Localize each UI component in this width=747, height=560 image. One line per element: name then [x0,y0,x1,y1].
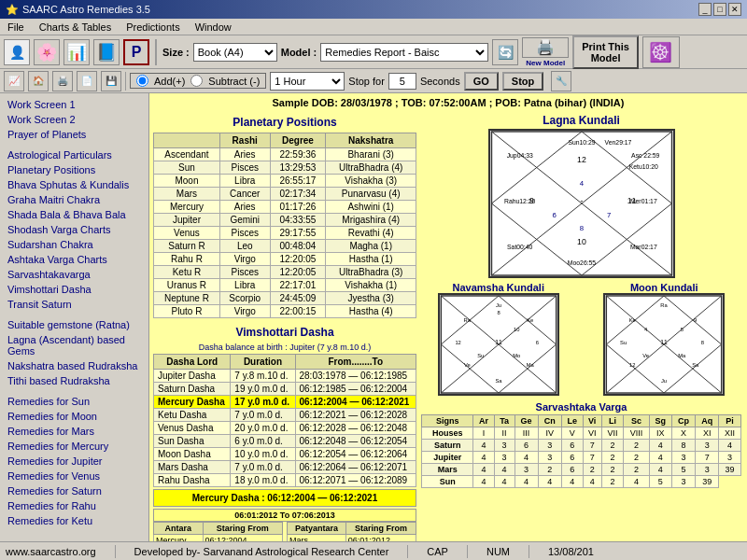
sidebar-item-graha[interactable]: Graha Maitri Chakra [0,192,148,207]
sidebar-item-vimsh[interactable]: Vimshottari Dasha [0,282,148,297]
subtract-radio[interactable] [190,75,203,87]
planetary-row: MoonLibra26:55:17Vishakha (3) [154,175,416,188]
left-column: Planetary Positions Rashi Degree Nakshat… [149,112,416,541]
menu-predictions[interactable]: Predictionts [122,21,183,33]
sidebar-item-prayer[interactable]: Prayer of Planets [0,127,148,142]
tb2-icon1[interactable]: 📈 [4,71,24,91]
sarva-col: Ge [514,415,538,427]
maximize-button[interactable]: □ [713,3,726,16]
svg-text:12: 12 [455,340,460,345]
sidebar-item-workscreen2[interactable]: Work Screen 2 [0,112,148,127]
sarva-value: 39 [696,476,719,488]
planet-nakshatra: Magha (1) [326,240,416,253]
close-button[interactable]: ✕ [728,3,741,16]
vimsh-row: Mercury Dasha17 y.0 m.0 d.06:12:2004 — 0… [154,396,416,409]
paty-col2: Staring From [345,523,416,535]
sarva-value: 3 [494,452,514,464]
model-select[interactable]: Remedies Report - Baisc [320,43,488,62]
planet-rashi: Scorpio [219,292,270,305]
planet-name: Ketu R [154,266,220,279]
sidebar-item-transit[interactable]: Transit Saturn [0,297,148,312]
sidebar-item-ashtaka[interactable]: Ashtaka Varga Charts [0,252,148,267]
planet-nakshatra: Vishakha (1) [326,279,416,292]
title-bar-buttons[interactable]: _ □ ✕ [698,3,741,16]
sarva-row: Sun444444245339 [422,476,741,488]
tb2-icon3[interactable]: 🖨️ [52,71,73,91]
separator1 [155,39,157,65]
vimsh-from-to: 28:03:1978 — 06:12:1985 [295,370,416,383]
print-button[interactable]: Print ThisModel [572,35,639,69]
sidebar-item-bhava[interactable]: Bhava Sphutas & Kundalis [0,177,148,192]
sarva-value: 4 [649,452,671,464]
sidebar-item-rem-ketu[interactable]: Remedies for Ketu [0,513,148,528]
planet-rashi: Leo [219,240,270,253]
sidebar: Work Screen 1 Work Screen 2 Prayer of Pl… [0,93,149,541]
antara-label: 06:01:2012 To 07:06:2013 [153,509,416,522]
vimsh-from-to: 06:12:2004 — 06:12:2021 [295,396,416,409]
sidebar-item-rem-mars[interactable]: Remedies for Mars [0,424,148,439]
sidebar-item-rem-saturn[interactable]: Remedies for Saturn [0,483,148,498]
svg-text:Ketu10:20: Ketu10:20 [628,163,657,170]
vimsh-lord: Mercury Dasha [154,396,231,409]
astro-wheel-icon[interactable]: ☸️ [642,36,680,68]
planet-name: Pluto R [154,305,220,318]
stop-button[interactable]: Stop [502,72,543,91]
stop-value-input[interactable] [388,73,416,90]
menu-file[interactable]: File [4,21,28,33]
sidebar-item-tithi-rud[interactable]: Tithi based Rudraksha [0,373,148,388]
menu-window[interactable]: Window [191,21,235,33]
sidebar-item-rem-rahu[interactable]: Remedies for Rahu [0,498,148,513]
person-icon[interactable]: 👤 [4,39,30,65]
sidebar-item-rem-moon[interactable]: Remedies for Moon [0,409,148,424]
tb2-icon4[interactable]: 📄 [77,71,97,91]
add-subtract-group: Add(+) Subtract (-) [130,73,266,89]
vimsh-row: Ketu Dasha7 y.0 m.0 d.06:12:2021 — 06:12… [154,409,416,422]
sidebar-item-planetary[interactable]: Planetary Positions [0,162,148,177]
svg-text:8: 8 [701,340,704,345]
sarva-value: XI [696,427,719,440]
planetary-row: Saturn RLeo00:48:04Magha (1) [154,240,416,253]
svg-text:Ra: Ra [661,302,669,308]
tb2-icon2[interactable]: 🏠 [28,71,49,91]
tb2-last-icon[interactable]: 🔧 [551,71,571,91]
hour-select[interactable]: 1 Hour [270,72,345,91]
sidebar-item-rem-mercury[interactable]: Remedies for Mercury [0,439,148,454]
svg-text:8: 8 [497,310,500,315]
planet-name: Neptune R [154,292,220,305]
size-select[interactable]: Book (A4) [193,43,277,62]
sidebar-item-rem-sun[interactable]: Remedies for Sun [0,394,148,409]
sidebar-item-astro[interactable]: Astrological Particulars [0,147,148,162]
go-button[interactable]: GO [464,72,499,91]
p-icon[interactable]: P [123,39,149,65]
chart-icon[interactable]: 📊 [63,39,90,65]
antara-left: Antara Staring From Mercury06:12:2004 Ke… [153,522,283,541]
sarva-value: 5 [672,464,696,476]
svg-text:11: 11 [495,339,502,345]
printer-icon[interactable]: 🖨️ [522,37,569,58]
planetary-row: AscendantAries22:59:36Bharani (3) [154,148,416,161]
tb2-icon5[interactable]: 💾 [101,71,121,91]
sarva-value: X [672,427,696,440]
sidebar-item-sarva[interactable]: Sarvashtakavarga [0,267,148,282]
sidebar-item-workscreen1[interactable]: Work Screen 1 [0,97,148,112]
sidebar-item-rem-venus[interactable]: Remedies for Venus [0,469,148,483]
sidebar-item-rem-jupiter[interactable]: Remedies for Jupiter [0,454,148,469]
planet-nakshatra: Hastha (4) [326,305,416,318]
sidebar-item-gemstone[interactable]: Suitable gemstone (Ratna) [0,317,148,332]
book-icon[interactable]: 📘 [93,39,120,65]
add-radio[interactable] [136,75,148,87]
flower-icon[interactable]: 🌸 [34,39,60,65]
status-bar: www.saarcastro.org Developed by- Sarvana… [0,541,747,560]
sidebar-item-nakshatra-rud[interactable]: Nakshatra based Rudraksha [0,358,148,373]
sidebar-item-lagna-gems[interactable]: Lagna (Ascendant) based Gems [0,332,148,358]
sidebar-item-shodash[interactable]: Shodash Varga Charts [0,222,148,237]
minimize-button[interactable]: _ [698,3,712,16]
planetary-section: Planetary Positions Rashi Degree Nakshat… [149,112,420,322]
sidebar-item-sudarshan[interactable]: Sudarshan Chakra [0,237,148,252]
menu-charts[interactable]: Charts & Tables [35,21,115,33]
sidebar-item-shada[interactable]: Shada Bala & Bhava Bala [0,207,148,222]
refresh-icon[interactable]: 🔄 [492,39,518,65]
svg-text:Sa: Sa [495,378,502,384]
sarva-header: SignsArTaGeCnLeViLiScSgCpAqPi [422,415,741,427]
sarva-value: 3 [672,452,696,464]
